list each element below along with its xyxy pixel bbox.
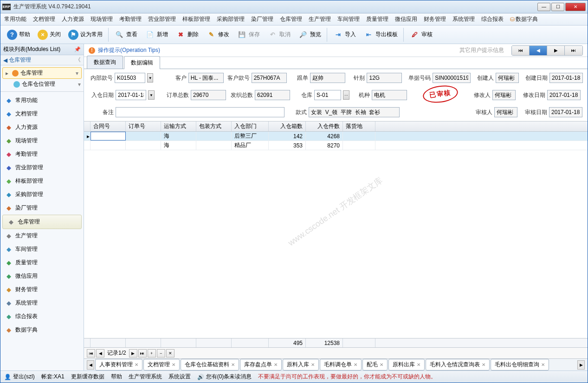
- nav-first[interactable]: ⏮: [512, 46, 530, 55]
- nav-prev[interactable]: ◀: [530, 46, 547, 55]
- audit-button[interactable]: 🖊审核: [407, 28, 435, 42]
- col-dest[interactable]: 落货地: [343, 121, 375, 131]
- edit-button[interactable]: ✎修改: [203, 28, 232, 42]
- sidebar-item[interactable]: ◆人力资源: [0, 121, 84, 134]
- menu-item[interactable]: 染厂管理: [251, 15, 273, 23]
- sidebar-item[interactable]: ◆质量管理: [0, 256, 84, 269]
- col-dept[interactable]: 入仓部门: [232, 121, 269, 131]
- sidebar-item[interactable]: ◆营业部管理: [0, 161, 84, 174]
- bottom-tab[interactable]: 毛料出仓明细查询✕: [491, 359, 549, 370]
- export-template-button[interactable]: ⇤导出模板: [361, 28, 401, 42]
- sidebar-item[interactable]: ◆样板部管理: [0, 174, 84, 188]
- sidebar-item[interactable]: ◆考勤管理: [0, 147, 84, 161]
- menu-item[interactable]: 人力资源: [62, 15, 84, 23]
- sidebar-item[interactable]: ◆系统管理: [0, 296, 84, 310]
- sidebar-item[interactable]: ◆仓库管理: [2, 215, 82, 229]
- menu-item[interactable]: 样板部管理: [182, 15, 210, 23]
- close-icon[interactable]: ✕: [380, 362, 383, 367]
- bottom-tab[interactable]: 毛料入仓情况查询表✕: [426, 359, 490, 370]
- bottom-tab[interactable]: 库存盘点单✕: [240, 359, 282, 370]
- menu-item[interactable]: 微信应用: [395, 15, 417, 23]
- close-icon[interactable]: ✕: [172, 362, 175, 367]
- delete-button[interactable]: ✖删除: [173, 28, 201, 42]
- close-button[interactable]: ✕: [565, 3, 586, 11]
- col-boxes[interactable]: 入仓箱数: [269, 121, 306, 131]
- menu-item[interactable]: 系统管理: [452, 15, 475, 23]
- nav-last[interactable]: ⏭: [565, 46, 582, 55]
- close-icon[interactable]: ✕: [354, 362, 357, 367]
- bottom-tab[interactable]: 原料出库✕: [388, 359, 425, 370]
- bottom-tab[interactable]: 文档管理✕: [143, 359, 180, 370]
- view-button[interactable]: 🔍查看: [111, 28, 140, 42]
- menu-item[interactable]: 文档管理: [33, 15, 55, 23]
- bottom-tab[interactable]: 人事资料管理✕: [95, 359, 142, 370]
- logout-button[interactable]: 👤登出(szl): [4, 373, 35, 381]
- minimize-button[interactable]: —: [537, 3, 550, 11]
- sidebar-item[interactable]: ◆微信应用: [0, 269, 84, 283]
- status-help[interactable]: 帮助: [111, 373, 122, 381]
- sidebar-item[interactable]: ◆常用功能: [0, 94, 84, 107]
- preview-button[interactable]: 🔎预览: [295, 28, 324, 42]
- bottom-tab[interactable]: 原料入库✕: [283, 359, 319, 370]
- rec-x[interactable]: ✕: [166, 349, 174, 357]
- tab-query[interactable]: 数据查询: [87, 56, 123, 69]
- tab-scroll-right[interactable]: ▶: [577, 360, 585, 370]
- menu-item[interactable]: 生产管理: [309, 15, 331, 23]
- sidebar-item[interactable]: ◆现场管理: [0, 134, 84, 147]
- menu-item[interactable]: 营业部管理: [148, 15, 176, 23]
- lookup-icon[interactable]: ⋯: [343, 90, 349, 100]
- status-settings[interactable]: 系统设置: [168, 373, 191, 381]
- sidebar-item[interactable]: ◆采购部管理: [0, 188, 84, 201]
- table-row[interactable]: ▸ 海 后整三厂 142 4268: [84, 132, 588, 141]
- import-button[interactable]: ⇥导入: [330, 28, 359, 42]
- rec-first[interactable]: ⏮: [87, 349, 95, 357]
- operation-tips[interactable]: 操作提示(Operation Tips): [98, 46, 160, 54]
- tree-child[interactable]: 仓库仓位管理 ▾: [0, 79, 84, 89]
- table-row[interactable]: 海 精品厂 353 8270: [84, 141, 588, 150]
- input-remark[interactable]: [116, 107, 284, 117]
- menu-item[interactable]: 考勤管理: [119, 15, 142, 23]
- rec-add[interactable]: +: [148, 349, 156, 357]
- tab-edit[interactable]: 数据编辑: [124, 56, 160, 69]
- menu-item[interactable]: 财务管理: [424, 15, 446, 23]
- rec-last[interactable]: ⏭: [138, 349, 147, 357]
- menu-item[interactable]: 采购部管理: [217, 15, 245, 23]
- status-messages[interactable]: 🔊您有(0)条未读消息: [197, 373, 252, 381]
- save-button[interactable]: 💾保存: [234, 28, 263, 42]
- sidebar-item[interactable]: ◆数据字典: [0, 323, 84, 337]
- col-ship[interactable]: 运输方式: [161, 121, 196, 131]
- nav-next[interactable]: ▶: [547, 46, 565, 55]
- menu-item[interactable]: 综合报表: [481, 15, 504, 23]
- close-icon[interactable]: ✕: [417, 362, 420, 367]
- col-pack[interactable]: 包装方式: [196, 121, 232, 131]
- input-wh[interactable]: [314, 90, 341, 100]
- menu-item[interactable]: 车间管理: [337, 15, 360, 23]
- refresh-cache[interactable]: 更新缓存数据: [71, 373, 104, 381]
- add-button[interactable]: 📄新增: [142, 28, 171, 42]
- sidebar-item[interactable]: ◆综合报表: [0, 310, 84, 323]
- rec-prev[interactable]: ◀: [96, 349, 104, 357]
- set-common-button[interactable]: ⚑设为常用: [65, 28, 105, 42]
- status-sys[interactable]: 生产管理系统: [129, 373, 162, 381]
- input-internal[interactable]: [115, 73, 145, 83]
- rec-del[interactable]: −: [157, 349, 165, 357]
- input-indate[interactable]: [116, 90, 146, 100]
- col-pcs[interactable]: 入仓件数: [306, 121, 343, 131]
- bottom-tab[interactable]: 毛料调仓单✕: [320, 359, 362, 370]
- tab-scroll-left[interactable]: ◀: [87, 360, 94, 370]
- sidebar-item[interactable]: ◆车间管理: [0, 243, 84, 256]
- help-button[interactable]: ?帮助: [4, 28, 33, 42]
- close-icon[interactable]: ✕: [311, 362, 315, 367]
- sidebar-item[interactable]: ◆财务管理: [0, 283, 84, 296]
- menu-item[interactable]: 仓库管理: [280, 15, 302, 23]
- close-icon[interactable]: ✕: [274, 362, 278, 367]
- close-icon[interactable]: ✕: [482, 362, 485, 367]
- maximize-button[interactable]: ☐: [551, 3, 564, 11]
- sidebar-breadcrumb[interactable]: ◀ 仓库管理《: [0, 55, 84, 65]
- pin-icon[interactable]: 📌: [74, 46, 81, 52]
- col-contract[interactable]: 合同号: [90, 121, 126, 131]
- close-icon[interactable]: ✕: [541, 362, 545, 367]
- sidebar-item[interactable]: ◆生产管理: [0, 229, 84, 243]
- sidebar-item[interactable]: ◆文档管理: [0, 107, 84, 121]
- close-icon[interactable]: ✕: [135, 362, 138, 367]
